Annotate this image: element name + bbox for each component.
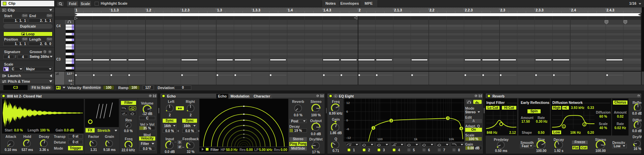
svg-text:3: 3 <box>447 116 449 120</box>
svg-text:x2: x2 <box>394 144 396 146</box>
svg-text:0: 0 <box>346 118 348 122</box>
svg-text:x2: x2 <box>123 112 125 114</box>
svg-text:1k: 1k <box>414 137 418 141</box>
svg-text:4: 4 <box>460 127 462 130</box>
svg-text:12: 12 <box>346 101 350 105</box>
svg-text:2: 2 <box>584 123 585 126</box>
svg-text:1: 1 <box>373 126 374 129</box>
svg-text:x4: x4 <box>349 144 351 146</box>
svg-text:100: 100 <box>377 137 383 141</box>
svg-text:-6: -6 <box>346 127 349 131</box>
svg-text:1: 1 <box>563 125 565 128</box>
svg-text:2: 2 <box>390 119 392 122</box>
svg-text:-12: -12 <box>346 136 351 140</box>
svg-text:6: 6 <box>346 110 348 113</box>
svg-text:2x: 2x <box>132 108 134 110</box>
svg-text:10k: 10k <box>449 137 454 141</box>
